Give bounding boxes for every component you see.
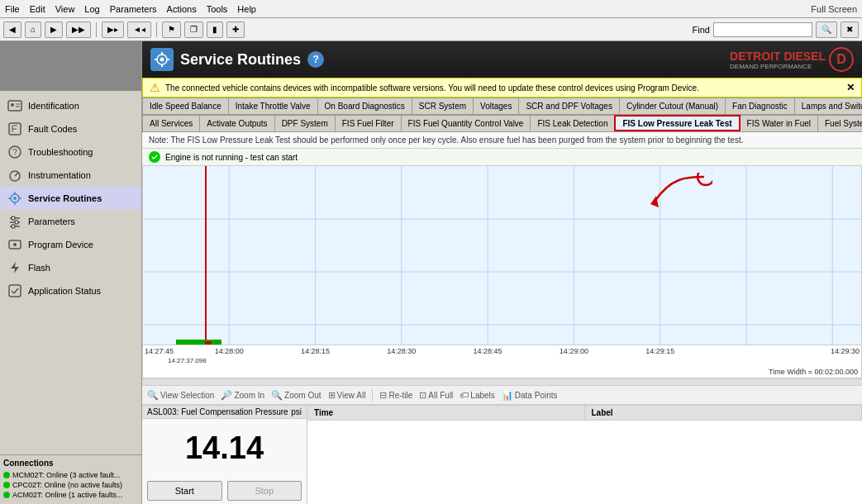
menu-view[interactable]: View bbox=[55, 4, 75, 14]
find-input[interactable] bbox=[713, 22, 812, 37]
tab2-fis-leak-det[interactable]: FIS Leak Detection bbox=[530, 115, 615, 131]
main-wrapper: Identification Fault Codes ? Troubleshoo… bbox=[0, 41, 862, 504]
toolbar-rew-btn[interactable]: ◄◂ bbox=[127, 21, 151, 38]
sidebar-item-troubleshooting[interactable]: ? Troubleshooting bbox=[0, 140, 141, 164]
svg-point-25 bbox=[13, 243, 17, 246]
retile-btn[interactable]: ⊟ Re-tile bbox=[379, 390, 412, 401]
arrow-svg bbox=[638, 173, 712, 218]
menu-log[interactable]: Log bbox=[84, 4, 99, 14]
sidebar-item-programdevice[interactable]: Program Device bbox=[0, 233, 141, 256]
menu-help[interactable]: Help bbox=[237, 4, 256, 14]
stop-button[interactable]: Stop bbox=[227, 481, 302, 501]
sidebar-item-identification[interactable]: Identification bbox=[0, 94, 141, 117]
sr-help-btn[interactable]: ? bbox=[307, 51, 324, 68]
tab2-fis-low-pressure[interactable]: FIS Low Pressure Leak Test bbox=[614, 115, 740, 131]
toolbar-mark-btn[interactable]: ⚑ bbox=[162, 21, 181, 38]
toolbar-fwd-btn[interactable]: ▶▸ bbox=[102, 21, 124, 38]
toolbar-skip-btn[interactable]: ▶▶ bbox=[66, 21, 91, 38]
menu-tools[interactable]: Tools bbox=[207, 4, 228, 14]
tab2-fuel-system-integrity[interactable]: Fuel System Integrity Check bbox=[817, 115, 862, 131]
toolbar-back-btn[interactable]: ◀ bbox=[3, 21, 21, 38]
conn-dot-cpc bbox=[3, 482, 10, 488]
tab1-voltages[interactable]: Voltages bbox=[473, 97, 519, 114]
tab1-fan-diag[interactable]: Fan Diagnostic bbox=[725, 97, 795, 114]
view-selection-btn[interactable]: 🔍 View Selection bbox=[147, 390, 214, 401]
tab1-cylinder-cutout[interactable]: Cylinder Cutout (Manual) bbox=[619, 97, 726, 114]
tab2-fis-water[interactable]: FIS Water in Fuel bbox=[740, 115, 818, 131]
zoom-in-btn[interactable]: 🔎 Zoom In bbox=[221, 390, 264, 401]
menu-edit[interactable]: Edit bbox=[30, 4, 45, 14]
toolbar-play-btn[interactable]: ▶ bbox=[45, 21, 63, 38]
all-full-icon: ⊡ bbox=[419, 390, 426, 401]
svg-point-29 bbox=[160, 58, 164, 62]
tab2-activate-outputs[interactable]: Activate Outputs bbox=[199, 115, 274, 131]
fault-icon bbox=[7, 121, 23, 137]
tab1-lamps[interactable]: Lamps and Switches bbox=[794, 97, 862, 114]
tabs-row2: All Services Activate Outputs DPF System… bbox=[142, 115, 862, 132]
toolbar-mark4-btn[interactable]: ✚ bbox=[226, 21, 245, 38]
status-text: Engine is not running - test can start bbox=[165, 153, 298, 162]
warning-bar: ⚠ The connected vehicle contains devices… bbox=[142, 78, 862, 97]
menu-actions[interactable]: Actions bbox=[167, 4, 197, 14]
connection-cpc: CPC02T: Online (no active faults) bbox=[3, 481, 138, 489]
chart-toolbar-sep bbox=[372, 388, 373, 402]
sidebar-item-serviceroutines-label: Service Routines bbox=[28, 193, 102, 203]
bottom-section: ASL003: Fuel Compensation Pressure psi 1… bbox=[142, 405, 862, 504]
start-button[interactable]: Start bbox=[147, 481, 222, 501]
data-points-btn[interactable]: 📊 Data Points bbox=[502, 390, 558, 401]
sidebar-nav: Identification Fault Codes ? Troubleshoo… bbox=[0, 91, 141, 454]
svg-text:?: ? bbox=[12, 148, 17, 157]
view-all-icon: ⊞ bbox=[328, 390, 336, 401]
data-panel: ASL003: Fuel Compensation Pressure psi 1… bbox=[142, 406, 307, 504]
menu-bar: File Edit View Log Parameters Actions To… bbox=[0, 0, 862, 18]
svg-rect-0 bbox=[8, 101, 21, 111]
toolbar-home-btn[interactable]: ⌂ bbox=[25, 21, 41, 38]
dd-tagline: DEMAND PERFORMANCE bbox=[730, 63, 826, 70]
data-panel-footer: Start Stop bbox=[142, 478, 307, 504]
sidebar-item-faultcodes[interactable]: Fault Codes bbox=[0, 117, 141, 140]
tab2-fis-fuel-filter[interactable]: FIS Fuel Filter bbox=[335, 115, 402, 131]
sidebar-connections: Connections MCM02T: Online (3 active fau… bbox=[0, 454, 141, 504]
tab2-dpf-system[interactable]: DPF System bbox=[274, 115, 336, 131]
labels-btn[interactable]: 🏷 Labels bbox=[460, 390, 494, 400]
toolbar-mark3-btn[interactable]: ▮ bbox=[207, 21, 223, 38]
time-label-5: 14:29:00 bbox=[560, 347, 588, 355]
menu-file[interactable]: File bbox=[5, 4, 20, 14]
zoom-out-btn[interactable]: 🔍 Zoom Out bbox=[271, 390, 321, 401]
tab1-onboard-diag[interactable]: On Board Diagnostics bbox=[317, 97, 412, 114]
tab1-scr-dpf[interactable]: SCR and DPF Voltages bbox=[518, 97, 620, 114]
view-all-btn[interactable]: ⊞ View All bbox=[328, 390, 366, 401]
tab2-all-services[interactable]: All Services bbox=[142, 115, 200, 131]
tab1-idle-speed[interactable]: Idle Speed Balance bbox=[142, 97, 229, 114]
svg-line-11 bbox=[15, 173, 18, 176]
tab2-fis-fuel-qty[interactable]: FIS Fuel Quantity Control Valve bbox=[401, 115, 531, 131]
all-full-btn[interactable]: ⊡ All Full bbox=[419, 390, 453, 401]
data-value: 14.14 bbox=[185, 430, 264, 466]
sidebar-item-serviceroutines[interactable]: Service Routines bbox=[0, 187, 141, 210]
dd-logo-circle: D bbox=[829, 47, 854, 72]
toolbar-mark2-btn[interactable]: ❐ bbox=[184, 21, 203, 38]
tab1-intake-throttle[interactable]: Intake Throttle Valve bbox=[228, 97, 318, 114]
time-label-1: 14:28:00 bbox=[215, 347, 244, 355]
sidebar-item-identification-label: Identification bbox=[28, 101, 79, 111]
sidebar-item-parameters[interactable]: Parameters bbox=[0, 210, 141, 233]
sidebar-item-flash-label: Flash bbox=[28, 263, 50, 273]
instr-icon bbox=[7, 167, 23, 183]
chart-toolbar: 🔍 View Selection 🔎 Zoom In 🔍 Zoom Out ⊞ … bbox=[142, 385, 862, 405]
chart-hscroll[interactable] bbox=[142, 378, 862, 385]
conn-dot-mcm bbox=[3, 472, 10, 478]
sidebar-item-appstatus[interactable]: Application Status bbox=[0, 279, 141, 302]
sidebar-item-troubleshooting-label: Troubleshooting bbox=[28, 147, 93, 157]
menu-parameters[interactable]: Parameters bbox=[110, 4, 157, 14]
sidebar-item-appstatus-label: Application Status bbox=[28, 286, 101, 296]
warning-close-btn[interactable]: ✕ bbox=[846, 82, 855, 93]
find-label: Find bbox=[693, 25, 710, 35]
view-selection-label: View Selection bbox=[160, 391, 214, 400]
tab1-scr-system[interactable]: SCR System bbox=[412, 97, 474, 114]
sidebar-item-instrumentation[interactable]: Instrumentation bbox=[0, 164, 141, 187]
sr-title: Service Routines bbox=[180, 51, 301, 69]
time-label-table: Time Label bbox=[307, 406, 862, 504]
find-clear-btn[interactable]: ✖ bbox=[841, 21, 859, 38]
find-search-btn[interactable]: 🔍 bbox=[816, 21, 837, 38]
sidebar-item-flash[interactable]: Flash bbox=[0, 256, 141, 279]
